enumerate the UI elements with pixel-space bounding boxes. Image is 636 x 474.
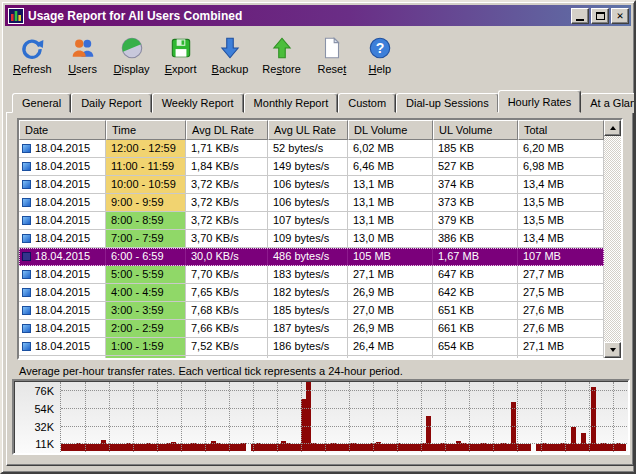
col-header-time[interactable]: Time (106, 120, 186, 140)
tab-hourly-rates[interactable]: Hourly Rates (498, 90, 582, 113)
cell-ul-vol: 527 KB (433, 158, 518, 176)
close-button[interactable]: ✕ (611, 8, 629, 24)
col-header-dl-volume[interactable]: DL Volume (348, 120, 433, 140)
chart-horizontal-gridline (61, 426, 627, 427)
cell-dl-rate: 7,61 KB/s (186, 356, 268, 358)
cell-time: 4:00 - 4:59 (106, 284, 186, 302)
table-row[interactable]: 18.04.201511:00 - 11:591,84 KB/s149 byte… (19, 158, 604, 176)
table-row[interactable]: 18.04.201510:00 - 10:593,72 KB/s106 byte… (19, 176, 604, 194)
cell-total: 27,4 MB (518, 356, 604, 358)
tab-weekly-report[interactable]: Weekly Report (152, 93, 244, 113)
cell-date: 18.04.2015 (19, 266, 106, 284)
backup-button[interactable]: Backup (205, 30, 256, 78)
cell-dl-vol: 27,1 MB (348, 266, 433, 284)
tab-monthly-report[interactable]: Monthly Report (244, 93, 339, 113)
cell-time: 10:00 - 10:59 (106, 176, 186, 194)
cell-ul-vol: 386 KB (433, 230, 518, 248)
cell-dl-vol: 26,9 MB (348, 284, 433, 302)
export-button[interactable]: Export (157, 30, 205, 78)
cell-dl-vol: 13,0 MB (348, 230, 433, 248)
reset-label: Reset (317, 63, 346, 75)
table-row[interactable]: 18.04.20156:00 - 6:5930,0 KB/s486 bytes/… (19, 248, 604, 266)
cell-dl-rate: 1,71 KB/s (186, 140, 268, 158)
row-marker-icon (22, 198, 31, 207)
reset-button[interactable]: Reset (308, 30, 356, 78)
row-marker-icon (22, 342, 31, 351)
cell-ul-rate: 186 bytes/s (268, 338, 348, 356)
cell-ul-vol: 379 KB (433, 212, 518, 230)
col-header-ul-volume[interactable]: UL Volume (433, 120, 518, 140)
cell-total: 27,6 MB (518, 320, 604, 338)
scrollbar-track[interactable] (604, 136, 621, 342)
scroll-down-icon (610, 348, 616, 352)
tab-daily-report[interactable]: Daily Report (71, 93, 152, 113)
table-body: 18.04.201512:00 - 12:591,71 KB/s52 bytes… (19, 140, 604, 358)
cell-time: 5:00 - 5:59 (106, 266, 186, 284)
chart-vertical-tick (349, 382, 350, 452)
row-marker-icon (22, 252, 31, 261)
cell-dl-rate: 3,70 KB/s (186, 230, 268, 248)
table-row[interactable]: 18.04.20151:00 - 1:597,52 KB/s186 bytes/… (19, 338, 604, 356)
chart-bar (241, 443, 246, 451)
chart-vertical-tick (85, 382, 86, 452)
hourly-rates-panel: Date Time Avg DL Rate Avg UL Rate DL Vol… (6, 112, 634, 466)
col-header-total[interactable]: Total (518, 120, 604, 140)
export-label: Export (165, 63, 197, 75)
cell-date: 18.04.2015 (19, 176, 106, 194)
title-bar[interactable]: Usage Report for All Users Combined ✕ (5, 5, 631, 26)
cell-ul-vol: 650 KB (433, 356, 518, 358)
cell-total: 13,5 MB (518, 212, 604, 230)
table-row[interactable]: 18.04.20150:00 - 0:597,61 KB/s184 bytes/… (19, 356, 604, 358)
table-row[interactable]: 18.04.20152:00 - 2:597,66 KB/s187 bytes/… (19, 320, 604, 338)
table-row[interactable]: 18.04.20159:00 - 9:593,72 KB/s106 bytes/… (19, 194, 604, 212)
users-button[interactable]: Users (59, 30, 107, 78)
cell-total: 13,4 MB (518, 176, 604, 194)
vertical-scrollbar[interactable] (604, 120, 621, 358)
col-header-avg-dl-rate[interactable]: Avg DL Rate (186, 120, 268, 140)
cell-date: 18.04.2015 (19, 248, 106, 266)
table-row[interactable]: 18.04.201512:00 - 12:591,71 KB/s52 bytes… (19, 140, 604, 158)
scroll-up-icon (610, 126, 616, 130)
minimize-button[interactable] (571, 8, 589, 24)
table-row[interactable]: 18.04.20158:00 - 8:593,72 KB/s107 bytes/… (19, 212, 604, 230)
tab-general[interactable]: General (12, 93, 71, 113)
transfer-rate-chart: 76K54K32K11K (12, 379, 630, 455)
chart-bar (621, 444, 626, 451)
cell-time: 9:00 - 9:59 (106, 194, 186, 212)
app-window: Usage Report for All Users Combined ✕ Re… (0, 0, 636, 474)
cell-dl-vol: 105 MB (348, 248, 433, 266)
table-row[interactable]: 18.04.20157:00 - 7:593,70 KB/s109 bytes/… (19, 230, 604, 248)
cell-total: 27,5 MB (518, 284, 604, 302)
cell-date: 18.04.2015 (19, 320, 106, 338)
close-icon: ✕ (617, 10, 624, 21)
col-header-date[interactable]: Date (19, 120, 106, 140)
maximize-button[interactable] (591, 8, 609, 24)
cell-ul-vol: 654 KB (433, 338, 518, 356)
chart-ytick-label: 32K (18, 421, 54, 433)
restore-button[interactable]: Restore (255, 30, 308, 78)
maximize-icon (596, 12, 605, 20)
col-header-avg-ul-rate[interactable]: Avg UL Rate (268, 120, 348, 140)
tab-at-a-glance[interactable]: At a Glance (580, 93, 636, 113)
chart-vertical-tick (493, 382, 494, 452)
cell-dl-rate: 30,0 KB/s (186, 248, 268, 266)
chart-vertical-tick (301, 382, 302, 452)
refresh-button[interactable]: Refresh (6, 30, 59, 78)
table-row[interactable]: 18.04.20154:00 - 4:597,65 KB/s182 bytes/… (19, 284, 604, 302)
cell-ul-vol: 642 KB (433, 284, 518, 302)
tab-custom[interactable]: Custom (338, 93, 396, 113)
chart-gutter: 76K54K32K11K (14, 381, 60, 453)
tab-dialup-sessions[interactable]: Dial-up Sessions (396, 93, 499, 113)
help-button[interactable]: ? Help (356, 30, 404, 78)
cell-time: 12:00 - 12:59 (106, 140, 186, 158)
scroll-down-button[interactable] (604, 342, 621, 358)
scroll-up-button[interactable] (604, 120, 621, 136)
table-row[interactable]: 18.04.20153:00 - 3:597,68 KB/s185 bytes/… (19, 302, 604, 320)
chart-vertical-tick (517, 382, 518, 452)
cell-ul-vol: 185 KB (433, 140, 518, 158)
table-row[interactable]: 18.04.20155:00 - 5:597,70 KB/s183 bytes/… (19, 266, 604, 284)
cell-date: 18.04.2015 (19, 230, 106, 248)
row-marker-icon (22, 180, 31, 189)
row-marker-icon (22, 306, 31, 315)
display-button[interactable]: Display (107, 30, 157, 78)
